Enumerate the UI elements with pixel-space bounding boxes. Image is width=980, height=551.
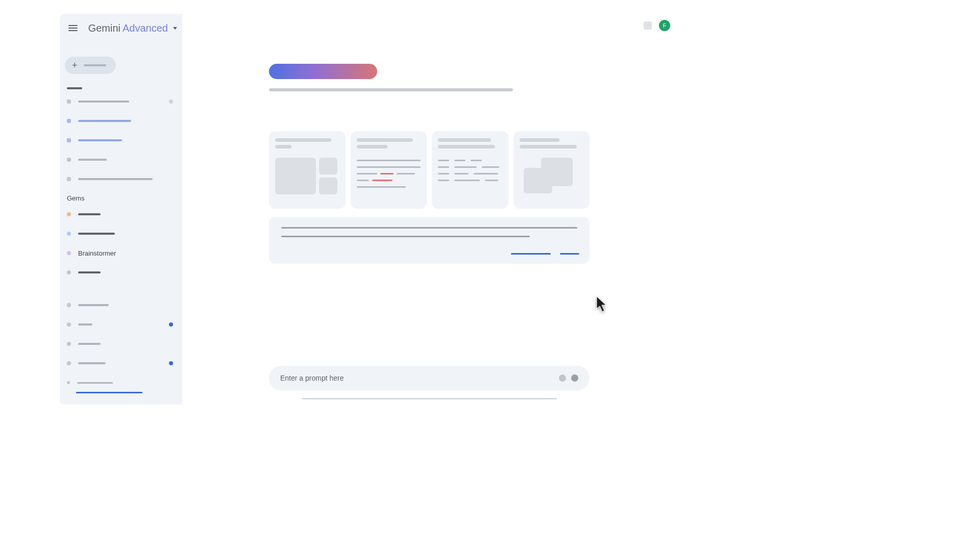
gems-section-header: Gems xyxy=(67,194,175,202)
gem-item[interactable] xyxy=(67,228,175,240)
item-label-skeleton xyxy=(78,139,122,141)
notification-dot-icon xyxy=(169,361,173,365)
footer-disclaimer-skeleton xyxy=(302,398,557,399)
item-label-skeleton xyxy=(78,101,129,103)
overflow-menu-icon[interactable] xyxy=(169,99,173,104)
card-subtitle-skeleton xyxy=(357,145,387,148)
menu-icon xyxy=(68,25,78,31)
card-body xyxy=(520,154,584,194)
cursor-graphic xyxy=(596,295,608,314)
card-body xyxy=(357,160,421,188)
card-subtitle-skeleton xyxy=(275,145,291,148)
image-placeholder xyxy=(319,178,337,194)
menu-button[interactable] xyxy=(65,20,81,36)
recent-item[interactable] xyxy=(67,154,175,166)
square-icon xyxy=(67,177,71,181)
mic-icon[interactable] xyxy=(559,374,566,382)
info-text-skeleton xyxy=(281,236,530,237)
recent-item[interactable] xyxy=(67,173,175,185)
square-icon xyxy=(67,99,71,104)
notification-dot-icon xyxy=(169,322,173,327)
avatar[interactable]: F xyxy=(659,20,670,31)
card-body xyxy=(275,158,339,194)
square-icon xyxy=(67,119,71,123)
sidebar: Gemini Advanced + xyxy=(60,14,182,405)
chevron-down-icon xyxy=(173,27,177,30)
card-title-skeleton xyxy=(357,138,413,142)
new-chat-label-skeleton xyxy=(84,64,106,66)
info-actions xyxy=(511,253,579,255)
sidebar-footer-link[interactable] xyxy=(76,392,142,393)
brand-selector[interactable]: Gemini Advanced xyxy=(88,22,177,34)
card-title-skeleton xyxy=(275,138,331,142)
app-window: Gemini Advanced + xyxy=(60,14,676,405)
bottom-item[interactable] xyxy=(67,357,175,369)
content-area xyxy=(269,64,590,264)
dot-icon xyxy=(67,322,71,327)
image-placeholder xyxy=(275,158,316,194)
dot-icon xyxy=(67,381,70,384)
dot-icon xyxy=(67,361,71,365)
recent-item[interactable] xyxy=(67,95,175,108)
suggestion-card[interactable] xyxy=(351,131,427,209)
plus-icon: + xyxy=(72,61,78,70)
card-subtitle-skeleton xyxy=(520,145,577,148)
info-action-button[interactable] xyxy=(560,253,579,255)
gem-color-icon xyxy=(67,270,71,274)
image-placeholder xyxy=(524,168,552,193)
gem-item[interactable] xyxy=(67,266,175,279)
gem-color-icon xyxy=(67,232,71,236)
item-label-skeleton xyxy=(78,213,101,215)
bottom-item[interactable] xyxy=(67,318,175,331)
dot-icon xyxy=(67,342,71,346)
sidebar-bottom-section xyxy=(65,299,177,398)
gem-color-icon xyxy=(67,212,71,216)
send-icon[interactable] xyxy=(571,374,578,382)
avatar-initial: F xyxy=(663,22,667,29)
info-action-button[interactable] xyxy=(511,253,551,255)
gem-item-label: Brainstormer xyxy=(78,249,116,257)
card-title-skeleton xyxy=(520,138,559,142)
card-body xyxy=(438,160,502,181)
gem-item-brainstormer[interactable]: Brainstormer xyxy=(67,247,175,259)
item-label-skeleton xyxy=(78,271,101,273)
square-icon xyxy=(67,138,71,142)
apps-icon[interactable] xyxy=(644,21,652,30)
info-text-skeleton xyxy=(281,227,577,229)
item-label-skeleton xyxy=(78,233,115,235)
brand-variant: Advanced xyxy=(122,22,168,34)
hero-subtitle-skeleton xyxy=(269,88,513,91)
sidebar-top: Gemini Advanced xyxy=(65,20,177,36)
dot-icon xyxy=(67,303,71,307)
hero-greeting-skeleton xyxy=(269,64,377,79)
item-label-skeleton xyxy=(77,382,113,384)
item-label-skeleton xyxy=(78,178,153,180)
item-label-skeleton xyxy=(78,343,101,345)
item-label-skeleton xyxy=(78,304,109,306)
image-placeholder xyxy=(319,158,337,174)
gem-item[interactable] xyxy=(67,208,175,220)
recent-item[interactable] xyxy=(67,115,175,127)
recent-list xyxy=(65,95,177,185)
suggestion-card[interactable] xyxy=(432,131,508,209)
prompt-bar[interactable] xyxy=(269,366,590,390)
gem-color-icon xyxy=(67,251,71,255)
suggestion-card[interactable] xyxy=(269,131,346,209)
bottom-list xyxy=(65,299,177,389)
bottom-item[interactable] xyxy=(67,338,175,350)
item-label-skeleton xyxy=(78,120,131,122)
item-label-skeleton xyxy=(78,323,92,325)
bottom-item[interactable] xyxy=(67,299,175,311)
bottom-item[interactable] xyxy=(67,377,175,389)
card-subtitle-skeleton xyxy=(438,145,495,148)
new-chat-button[interactable]: + xyxy=(65,57,116,74)
suggestion-card[interactable] xyxy=(513,131,590,209)
suggestion-cards-row xyxy=(269,131,590,209)
main-area: F xyxy=(182,14,676,405)
prompt-input[interactable] xyxy=(280,374,554,382)
card-title-skeleton xyxy=(438,138,491,142)
recent-item[interactable] xyxy=(67,134,175,146)
info-panel xyxy=(269,217,590,264)
recent-section-label xyxy=(67,87,82,89)
header-right: F xyxy=(644,20,670,31)
